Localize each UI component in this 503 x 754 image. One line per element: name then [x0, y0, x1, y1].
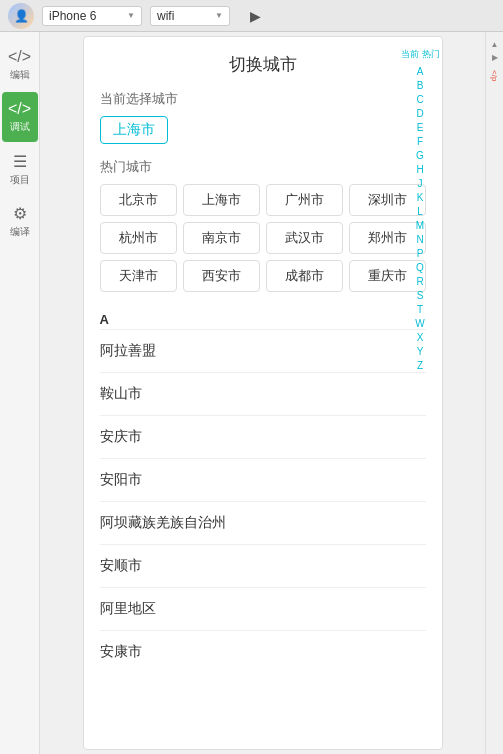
sidebar-item-project[interactable]: ☰ 项目 — [2, 144, 38, 194]
panel-tag-label: </p — [490, 70, 499, 81]
top-bar: 👤 iPhone 6 ▼ wifi ▼ ▶ — [0, 0, 503, 32]
wifi-label: wifi — [157, 9, 174, 23]
hot-cities-grid: 北京市上海市广州市深圳市杭州市南京市武汉市郑州市天津市西安市成都市重庆市 — [100, 184, 426, 292]
hot-city-btn[interactable]: 北京市 — [100, 184, 177, 216]
alpha-top-hot[interactable]: 热门 — [422, 47, 440, 61]
alpha-sidebar: 当前 热门 A B C D E F G H J K L M N P — [401, 47, 440, 373]
alpha-Q[interactable]: Q — [416, 261, 424, 275]
alpha-M[interactable]: M — [416, 219, 424, 233]
left-sidebar: </> 编辑 </> 调试 ☰ 项目 ⚙ 编译 — [0, 32, 40, 754]
wifi-selector[interactable]: wifi ▼ — [150, 6, 230, 26]
hot-cities-label: 热门城市 — [100, 158, 426, 176]
alpha-section-A: A — [100, 308, 426, 329]
sidebar-item-edit-label: 编辑 — [10, 68, 30, 82]
content-area: 切换城市 当前选择城市 上海市 热门城市 北京市上海市广州市深圳市杭州市南京市武… — [84, 37, 442, 749]
sidebar-item-translate-label: 编译 — [10, 225, 30, 239]
alpha-X[interactable]: X — [417, 331, 424, 345]
current-city-tag[interactable]: 上海市 — [100, 116, 168, 144]
debug-icon: </> — [8, 100, 31, 118]
city-item-安阳市[interactable]: 安阳市 — [100, 458, 426, 501]
city-item-安康市[interactable]: 安康市 — [100, 630, 426, 673]
sidebar-item-translate[interactable]: ⚙ 编译 — [2, 196, 38, 246]
alpha-A[interactable]: A — [417, 65, 424, 79]
city-item-阿坝[interactable]: 阿坝藏族羌族自治州 — [100, 501, 426, 544]
sidebar-item-debug-label: 调试 — [10, 120, 30, 134]
alpha-top-current[interactable]: 当前 — [401, 47, 419, 61]
device-label: iPhone 6 — [49, 9, 96, 23]
alpha-D[interactable]: D — [416, 107, 423, 121]
alpha-F[interactable]: F — [417, 135, 423, 149]
device-dropdown-arrow: ▼ — [127, 11, 135, 20]
alpha-T[interactable]: T — [417, 303, 423, 317]
hot-city-btn[interactable]: 天津市 — [100, 260, 177, 292]
phone-screen: 切换城市 当前选择城市 上海市 热门城市 北京市上海市广州市深圳市杭州市南京市武… — [83, 36, 443, 750]
panel-arrow-right[interactable]: ▶ — [492, 53, 498, 62]
main-layout: </> 编辑 </> 调试 ☰ 项目 ⚙ 编译 切换城市 当前选择城市 上海市 … — [0, 32, 503, 754]
page-title: 切换城市 — [100, 53, 426, 76]
sidebar-item-debug[interactable]: </> 调试 — [2, 92, 38, 142]
translate-icon: ⚙ — [13, 204, 27, 223]
alpha-K[interactable]: K — [417, 191, 424, 205]
city-list: A 阿拉善盟 鞍山市 安庆市 安阳市 阿坝藏族羌族自治州 安顺市 阿里地区 安康… — [100, 308, 426, 673]
hot-city-btn[interactable]: 南京市 — [183, 222, 260, 254]
city-item-阿拉善盟[interactable]: 阿拉善盟 — [100, 329, 426, 372]
alpha-P[interactable]: P — [417, 247, 424, 261]
avatar: 👤 — [8, 3, 34, 29]
alpha-L[interactable]: L — [417, 205, 423, 219]
hot-city-btn[interactable]: 广州市 — [266, 184, 343, 216]
hot-city-btn[interactable]: 杭州市 — [100, 222, 177, 254]
hot-city-btn[interactable]: 西安市 — [183, 260, 260, 292]
project-icon: ☰ — [13, 152, 27, 171]
alpha-G[interactable]: G — [416, 149, 424, 163]
collapse-button[interactable]: ▶ — [242, 3, 268, 29]
city-item-阿里地区[interactable]: 阿里地区 — [100, 587, 426, 630]
wifi-dropdown-arrow: ▼ — [215, 11, 223, 20]
right-panel: ▲ ▶ </p — [485, 32, 503, 754]
alpha-C[interactable]: C — [416, 93, 423, 107]
current-section-label: 当前选择城市 — [100, 90, 426, 108]
hot-city-btn[interactable]: 上海市 — [183, 184, 260, 216]
sidebar-item-project-label: 项目 — [10, 173, 30, 187]
hot-city-btn[interactable]: 武汉市 — [266, 222, 343, 254]
alpha-W[interactable]: W — [415, 317, 424, 331]
simulator-area: 切换城市 当前选择城市 上海市 热门城市 北京市上海市广州市深圳市杭州市南京市武… — [40, 32, 485, 754]
city-item-安庆市[interactable]: 安庆市 — [100, 415, 426, 458]
device-selector[interactable]: iPhone 6 ▼ — [42, 6, 142, 26]
alpha-Z[interactable]: Z — [417, 359, 423, 373]
alpha-N[interactable]: N — [416, 233, 423, 247]
panel-arrow-up[interactable]: ▲ — [491, 40, 499, 49]
alpha-E[interactable]: E — [417, 121, 424, 135]
alpha-H[interactable]: H — [416, 163, 423, 177]
city-item-鞍山市[interactable]: 鞍山市 — [100, 372, 426, 415]
alpha-Y[interactable]: Y — [417, 345, 424, 359]
alpha-B[interactable]: B — [417, 79, 424, 93]
sidebar-item-edit[interactable]: </> 编辑 — [2, 40, 38, 90]
hot-city-btn[interactable]: 成都市 — [266, 260, 343, 292]
city-item-安顺市[interactable]: 安顺市 — [100, 544, 426, 587]
alpha-R[interactable]: R — [416, 275, 423, 289]
alpha-J[interactable]: J — [418, 177, 423, 191]
edit-icon: </> — [8, 48, 31, 66]
alpha-S[interactable]: S — [417, 289, 424, 303]
